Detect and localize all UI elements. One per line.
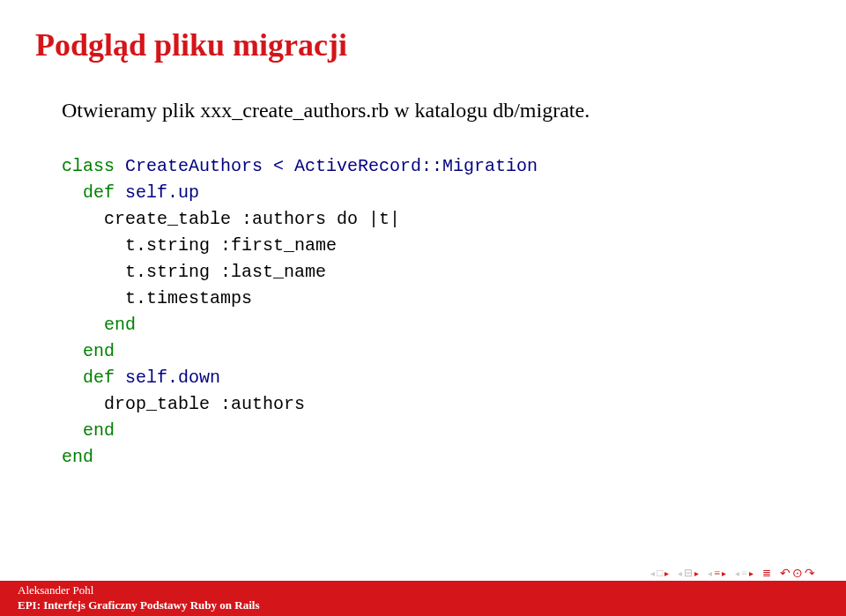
nav-circle-group[interactable]: ↶ ⊙ ↷	[780, 566, 815, 581]
code-line-11: end	[62, 418, 811, 444]
nav-lines-icon[interactable]: ≣	[762, 567, 771, 580]
nav-subsection-icon: ⊟	[684, 567, 693, 580]
code-line-8: end	[62, 338, 811, 365]
class-name: CreateAuthors < ActiveRecord::Migration	[115, 156, 538, 176]
keyword-def: def	[62, 182, 115, 203]
nav-undo-icon: ↶	[780, 566, 790, 581]
nav-doc-group[interactable]: ◂ ≡ ▸	[735, 567, 753, 580]
footer-bar: Aleksander Pohl EPI: Interfejs Graficzny…	[0, 581, 846, 616]
content-area: Otwieramy plik xxx_create_authors.rb w k…	[35, 99, 811, 616]
code-line-2: def self.up	[62, 180, 811, 206]
method-name: self.up	[115, 182, 199, 203]
code-line-9: def self.down	[62, 365, 811, 391]
nav-frame-icon: □	[657, 567, 663, 580]
nav-back-icon: ◂	[650, 568, 655, 578]
nav-section-group[interactable]: ◂ ≡ ▸	[708, 567, 726, 580]
code-line-4: t.string :first_name	[62, 233, 811, 259]
code-line-12: end	[62, 444, 811, 471]
code-line-3: create_table :authors do |t|	[62, 206, 811, 233]
code-block: class CreateAuthors < ActiveRecord::Migr…	[62, 153, 811, 471]
keyword-def: def	[62, 367, 115, 388]
nav-back-icon: ◂	[735, 568, 739, 578]
slide-title: Podgląd pliku migracji	[35, 26, 811, 63]
nav-redo-icon: ↷	[805, 566, 815, 581]
intro-text: Otwieramy plik xxx_create_authors.rb w k…	[62, 99, 811, 122]
nav-back-icon: ◂	[708, 568, 712, 578]
method-name: self.down	[115, 367, 220, 388]
code-line-5: t.string :last_name	[62, 259, 811, 286]
slide: Podgląd pliku migracji Otwieramy plik xx…	[0, 0, 846, 616]
footer-author: Aleksander Pohl	[18, 583, 828, 598]
code-line-7: end	[62, 312, 811, 338]
nav-forward-icon: ▸	[722, 568, 726, 578]
code-line-10: drop_table :authors	[62, 391, 811, 418]
nav-subsection-group[interactable]: ◂ ⊟ ▸	[678, 567, 699, 580]
code-line-1: class CreateAuthors < ActiveRecord::Migr…	[62, 153, 811, 180]
nav-doc-icon: ≡	[741, 567, 747, 580]
nav-forward-icon: ▸	[694, 568, 699, 578]
beamer-nav: ◂ □ ▸ ◂ ⊟ ▸ ◂ ≡ ▸ ◂ ≡ ▸ ≣ ↶ ⊙ ↷	[650, 566, 815, 581]
code-line-6: t.timestamps	[62, 286, 811, 312]
nav-frame-group[interactable]: ◂ □ ▸	[650, 567, 669, 580]
keyword-class: class	[62, 156, 115, 176]
nav-back-icon: ◂	[678, 568, 682, 578]
footer-subtitle: EPI: Interfejs Graficzny Podstawy Ruby o…	[18, 598, 828, 613]
nav-section-icon: ≡	[714, 567, 720, 580]
nav-search-icon: ⊙	[792, 566, 803, 581]
nav-forward-icon: ▸	[664, 568, 669, 578]
nav-forward-icon: ▸	[749, 568, 753, 578]
